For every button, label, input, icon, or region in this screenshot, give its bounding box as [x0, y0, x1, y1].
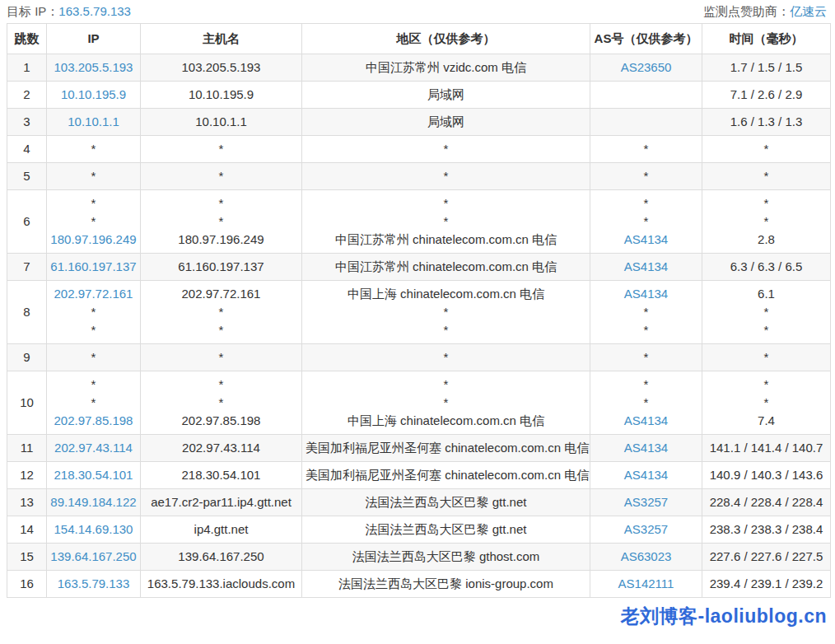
ip-cell: **180.97.196.249 — [47, 190, 141, 254]
time-cell: **2.8 — [702, 190, 831, 254]
cell-line: * — [594, 376, 698, 394]
cell-line: * — [50, 303, 137, 321]
host-cell: * — [141, 163, 302, 190]
region-cell: * — [302, 163, 590, 190]
cell-line: 9 — [11, 348, 43, 366]
target-ip-label: 目标 IP： — [7, 4, 58, 18]
asn-cell: AS4134 — [590, 254, 702, 281]
hop-cell: 10 — [7, 371, 47, 435]
asn-link[interactable]: AS3257 — [624, 522, 668, 536]
cell-line: 5 — [11, 167, 43, 185]
cell-line: 4 — [11, 140, 43, 158]
target-ip: 目标 IP：163.5.79.133 — [7, 4, 131, 20]
cell-line: 中国上海 chinatelecom.com.cn 电信 — [306, 285, 586, 303]
time-cell: 239.4 / 239.1 / 239.2 — [702, 571, 831, 598]
ip-cell: * — [47, 344, 141, 371]
cell-line: 238.3 / 238.3 / 238.4 — [706, 520, 827, 539]
cell-line: 180.97.196.249 — [144, 231, 298, 249]
cell-line: 154.14.69.130 — [50, 520, 137, 539]
sponsor-link[interactable]: 亿速云 — [790, 4, 827, 18]
cell-line: 7.4 — [706, 412, 827, 430]
asn-link[interactable]: AS4134 — [624, 259, 668, 273]
region-cell: 法国法兰西岛大区巴黎 gtt.net — [302, 516, 590, 544]
ip-link[interactable]: 202.97.72.161 — [54, 287, 133, 301]
cell-line: * — [50, 194, 137, 212]
hop-cell: 15 — [7, 544, 47, 571]
ip-link[interactable]: 10.10.195.9 — [61, 87, 126, 101]
asn-link[interactable]: AS23650 — [621, 60, 672, 74]
host-cell: * — [141, 136, 302, 163]
cell-line: 中国上海 chinatelecom.com.cn 电信 — [306, 412, 586, 430]
cell-line: AS4134 — [594, 285, 698, 303]
cell-line: AS4134 — [594, 412, 698, 430]
ip-link[interactable]: 218.30.54.101 — [54, 468, 133, 482]
ip-link[interactable]: 89.149.184.122 — [50, 495, 136, 509]
cell-line: 3 — [11, 113, 43, 131]
cell-line: * — [144, 321, 298, 339]
asn-link[interactable]: AS4134 — [624, 468, 668, 482]
host-cell: 218.30.54.101 — [141, 462, 302, 489]
ip-cell: 218.30.54.101 — [47, 462, 141, 489]
cell-line: 6.1 — [706, 285, 827, 303]
asn-link[interactable]: AS3257 — [624, 495, 668, 509]
ip-cell: 89.149.184.122 — [47, 489, 141, 516]
asn-link[interactable]: AS142111 — [618, 576, 674, 590]
asn-link[interactable]: AS4134 — [624, 413, 668, 427]
hop-cell: 6 — [7, 190, 47, 254]
cell-line: 13 — [11, 493, 43, 511]
region-cell: 中国江苏常州 vzidc.com 电信 — [302, 54, 590, 82]
cell-line: 218.30.54.101 — [144, 466, 298, 484]
cell-line: * — [594, 303, 698, 321]
sponsor: 监测点赞助商：亿速云 — [703, 4, 827, 20]
ip-link[interactable]: 154.14.69.130 — [54, 522, 133, 536]
asn-link[interactable]: AS4134 — [624, 232, 668, 246]
cell-line: 1.6 / 1.3 / 1.3 — [706, 113, 827, 131]
cell-line: * — [50, 394, 137, 412]
asn-cell — [590, 109, 702, 136]
ip-link[interactable]: 61.160.197.137 — [50, 259, 136, 273]
cell-line: 12 — [11, 466, 43, 484]
asn-link[interactable]: AS4134 — [624, 287, 668, 301]
cell-line: * — [594, 194, 698, 212]
cell-line: 14 — [11, 520, 43, 539]
cell-line: 10 — [11, 394, 43, 412]
cell-line: 法国法兰西岛大区巴黎 gthost.com — [306, 548, 586, 566]
ip-cell: 10.10.195.9 — [47, 82, 141, 109]
cell-line: 美国加利福尼亚州圣何塞 chinatelecom.com.cn 电信 — [306, 466, 586, 484]
cell-line: 中国江苏常州 chinatelecom.com.cn 电信 — [306, 231, 586, 249]
cell-line: * — [306, 303, 586, 321]
ip-link[interactable]: 10.10.1.1 — [68, 114, 119, 128]
cell-line: 140.9 / 140.3 / 143.6 — [706, 466, 827, 484]
region-cell: 美国加利福尼亚州圣何塞 chinatelecom.com.cn 电信 — [302, 462, 590, 489]
ip-link[interactable]: 103.205.5.193 — [54, 60, 133, 74]
ip-cell: * — [47, 163, 141, 190]
cell-line: 180.97.196.249 — [50, 231, 137, 249]
asn-link[interactable]: AS4134 — [624, 441, 668, 455]
cell-line: 227.6 / 227.6 / 227.5 — [706, 548, 827, 566]
asn-link[interactable]: AS63023 — [621, 549, 672, 563]
hop-cell: 11 — [7, 435, 47, 462]
ip-link[interactable]: 202.97.43.114 — [54, 441, 133, 455]
ip-link[interactable]: 202.97.85.198 — [54, 413, 133, 427]
region-cell: **中国江苏常州 chinatelecom.com.cn 电信 — [302, 190, 590, 254]
asn-cell: * — [590, 163, 702, 190]
ip-link[interactable]: 139.64.167.250 — [50, 549, 136, 563]
hop-cell: 2 — [7, 82, 47, 109]
ip-cell: 139.64.167.250 — [47, 544, 141, 571]
ip-link[interactable]: 180.97.196.249 — [50, 232, 136, 246]
cell-line: * — [706, 167, 827, 185]
table-header-row: 跳数IP主机名地区（仅供参考）AS号（仅供参考）时间（毫秒） — [7, 24, 831, 54]
cell-line: * — [594, 212, 698, 231]
table-row: 210.10.195.910.10.195.9局域网7.1 / 2.6 / 2.… — [7, 82, 831, 109]
cell-line: * — [306, 194, 586, 212]
traceroute-table: 跳数IP主机名地区（仅供参考）AS号（仅供参考）时间（毫秒） 1103.205.… — [7, 23, 831, 598]
cell-line: * — [50, 348, 137, 366]
trace-table-body: 1103.205.5.193103.205.5.193中国江苏常州 vzidc.… — [7, 54, 831, 598]
cell-line: 61.160.197.137 — [144, 258, 298, 276]
ip-link[interactable]: 163.5.79.133 — [58, 576, 130, 590]
region-cell: 美国加利福尼亚州圣何塞 chinatelecom.com.cn 电信 — [302, 435, 590, 462]
time-cell: * — [702, 136, 831, 163]
cell-line: 202.97.43.114 — [50, 439, 137, 457]
region-cell: * — [302, 344, 590, 371]
cell-line: * — [144, 376, 298, 394]
